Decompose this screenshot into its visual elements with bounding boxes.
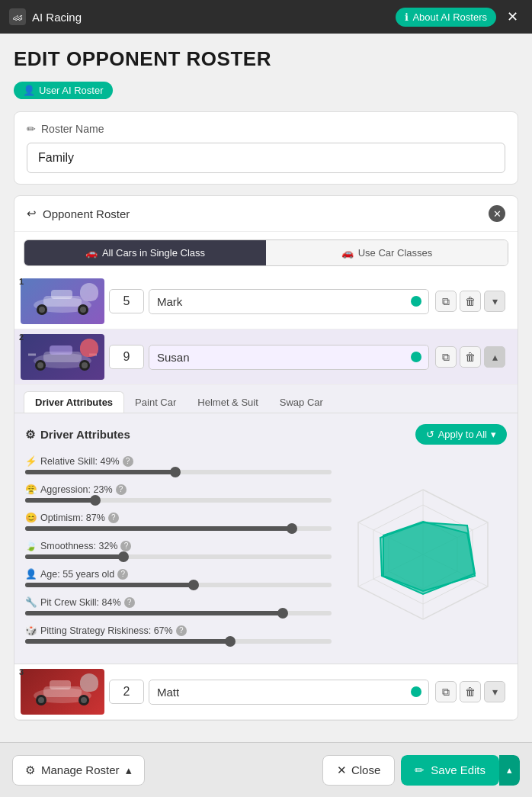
age-icon: 👤 (25, 568, 37, 580)
roster-name-section: ✏ Roster Name (14, 111, 518, 185)
attributes-panel: ⚙ Driver Attributes ↺ Apply to All ▾ (14, 413, 518, 664)
chevron-up-icon: ▴ (126, 763, 132, 777)
apply-to-all-button[interactable]: ↺ Apply to All ▾ (415, 424, 507, 445)
window-close-button[interactable]: ✕ (502, 7, 523, 27)
help-icon-skill[interactable]: ? (123, 456, 133, 467)
driver-number-input-2[interactable] (109, 345, 144, 369)
title-bar: 🏎 AI Racing ℹ About AI Rosters ✕ (0, 0, 532, 34)
slider-track-pitting (25, 639, 332, 644)
slider-track-age (25, 583, 332, 587)
bolt-icon: ⚡ (25, 455, 37, 467)
attributes-title: ⚙ Driver Attributes (25, 428, 130, 442)
tab-use-car-classes[interactable]: 🚗 Use Car Classes (266, 240, 508, 265)
attributes-body: ⚡ Relative Skill: 49% ? (25, 455, 507, 653)
sub-tab-helmet-suit[interactable]: Helmet & Suit (187, 391, 268, 413)
slider-fill-optimism (25, 526, 292, 531)
sub-tab-paint-car[interactable]: Paint Car (124, 391, 187, 413)
opponent-roster-close-button[interactable]: ✕ (489, 205, 505, 222)
slider-thumb-pitcrew[interactable] (277, 608, 288, 619)
manage-roster-button[interactable]: ⚙ Manage Roster ▴ (12, 755, 145, 786)
driver-number-input-1[interactable] (109, 289, 144, 313)
user-icon: 👤 (23, 85, 35, 96)
driver-expand-button-1[interactable]: ▾ (484, 291, 505, 312)
about-ai-rosters-button[interactable]: ℹ About AI Rosters (396, 8, 496, 27)
attr-pit-crew-skill: 🔧 Pit Crew Skill: 84% ? (25, 596, 332, 615)
slider-track-pitcrew (25, 611, 332, 615)
driver-number-input-3[interactable] (109, 680, 144, 704)
driver-row-1: 1 (14, 274, 518, 329)
driver-delete-button-3[interactable]: 🗑 (460, 681, 481, 702)
sub-tab-driver-attributes[interactable]: Driver Attributes (24, 391, 124, 413)
driver-sub-tabs: Driver Attributes Paint Car Helmet & Sui… (14, 385, 518, 413)
driver-name-input-1[interactable] (149, 289, 429, 314)
title-bar-right: ℹ About AI Rosters ✕ (396, 7, 523, 27)
driver-actions-1: ⧉ 🗑 ▾ (429, 291, 511, 312)
driver-row-2-wrapper: 2 (14, 329, 518, 664)
save-edits-wrapper: ✏ Save Edits ▴ (401, 755, 520, 786)
slider-thumb-smoothness[interactable] (118, 551, 129, 562)
roster-icon: ↩ (27, 207, 37, 220)
driver-color-dot-2 (411, 352, 421, 362)
page-title: EDIT OPPONENT ROSTER (14, 47, 518, 71)
driver-copy-button-3[interactable]: ⧉ (435, 681, 457, 702)
chevron-down-icon: ▾ (491, 429, 496, 440)
car-class-tab-bar: 🚗 All Cars in Single Class 🚗 Use Car Cla… (24, 239, 508, 266)
attr-optimism-label: 😊 Optimism: 87% ? (25, 512, 332, 523)
driver-copy-button-2[interactable]: ⧉ (435, 346, 457, 368)
svg-rect-2 (51, 290, 72, 299)
app-window: 🏎 AI Racing ℹ About AI Rosters ✕ EDIT OP… (0, 0, 532, 797)
sub-tab-swap-car[interactable]: Swap Car (269, 391, 334, 413)
slider-track-smoothness (25, 554, 332, 559)
svg-marker-23 (380, 522, 475, 594)
slider-thumb-age[interactable] (188, 580, 199, 590)
slider-track-skill (25, 470, 332, 474)
aggression-icon: 😤 (25, 484, 37, 495)
attributes-header: ⚙ Driver Attributes ↺ Apply to All ▾ (25, 424, 507, 445)
slider-fill-age (25, 583, 194, 587)
help-icon-pitcrew[interactable]: ? (124, 597, 135, 608)
help-icon-aggression[interactable]: ? (116, 484, 127, 495)
attr-pit-crew-label: 🔧 Pit Crew Skill: 84% ? (25, 596, 332, 608)
slider-thumb-optimism[interactable] (287, 523, 297, 534)
driver-delete-button-1[interactable]: 🗑 (460, 291, 481, 312)
attr-pitting-strategy: 🎲 Pitting Strategy Riskiness: 67% ? (25, 625, 332, 644)
tab-all-cars-single-class[interactable]: 🚗 All Cars in Single Class (24, 240, 266, 265)
driver-collapse-button-2[interactable]: ▴ (484, 346, 505, 368)
opponent-roster-title: ↩ Opponent Roster (27, 207, 130, 220)
help-icon-age[interactable]: ? (117, 569, 128, 580)
strategy-icon: 🎲 (25, 625, 37, 636)
attr-relative-skill-label: ⚡ Relative Skill: 49% ? (25, 455, 332, 467)
close-button[interactable]: ✕ Close (322, 755, 395, 786)
attr-aggression: 😤 Aggression: 23% ? (25, 484, 332, 503)
info-icon: ℹ (405, 11, 409, 23)
help-icon-smoothness[interactable]: ? (120, 541, 131, 551)
attr-optimism: 😊 Optimism: 87% ? (25, 512, 332, 531)
slider-track-aggression (25, 498, 332, 503)
help-icon-optimism[interactable]: ? (108, 513, 119, 523)
helmet-2 (80, 339, 98, 357)
app-title: AI Racing (32, 11, 82, 24)
driver-name-input-2[interactable] (149, 345, 429, 370)
svg-point-29 (38, 697, 44, 703)
driver-actions-2: ⧉ 🗑 ▴ (429, 346, 511, 368)
roster-name-input[interactable] (27, 143, 505, 173)
main-content: EDIT OPPONENT ROSTER 👤 User AI Roster ✏ … (0, 34, 532, 797)
pencil-icon: ✏ (27, 123, 36, 135)
slider-fill-pitcrew (25, 611, 283, 615)
save-edits-dropdown-button[interactable]: ▴ (499, 755, 520, 786)
driver-name-input-3[interactable] (149, 680, 429, 705)
car-icon: 🚗 (85, 247, 98, 259)
slider-fill-smoothness (25, 554, 123, 559)
driver-delete-button-2[interactable]: 🗑 (460, 346, 481, 368)
driver-expand-button-3[interactable]: ▾ (484, 681, 505, 702)
driver-copy-button-1[interactable]: ⧉ (435, 291, 457, 312)
driver-row-3: 3 (14, 664, 518, 720)
slider-track-optimism (25, 526, 332, 531)
driver-car-image-1 (21, 278, 104, 324)
driver-car-image-2 (21, 334, 104, 380)
slider-thumb-pitting[interactable] (225, 636, 236, 647)
slider-thumb-skill[interactable] (170, 467, 181, 477)
help-icon-pitting[interactable]: ? (176, 625, 187, 636)
save-edits-button[interactable]: ✏ Save Edits (401, 755, 499, 786)
slider-thumb-aggression[interactable] (90, 495, 101, 506)
